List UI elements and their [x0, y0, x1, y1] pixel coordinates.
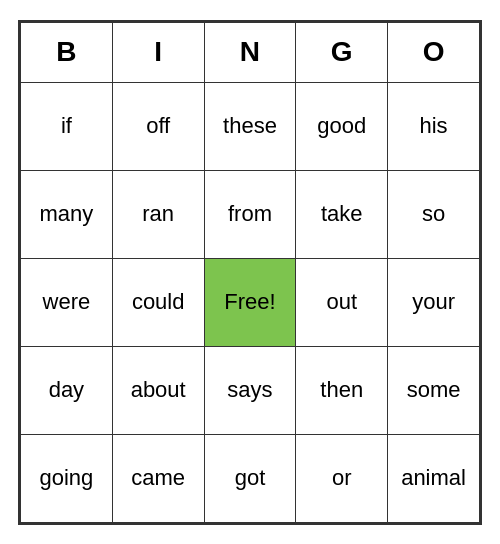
- cell-r3-c4: some: [388, 346, 480, 434]
- col-o: O: [388, 22, 480, 82]
- header-row: B I N G O: [21, 22, 480, 82]
- bingo-card: B I N G O ifoffthesegoodhismanyranfromta…: [18, 20, 482, 525]
- table-row: dayaboutsaysthensome: [21, 346, 480, 434]
- cell-r1-c1: ran: [112, 170, 204, 258]
- table-row: goingcamegotoranimal: [21, 434, 480, 522]
- cell-r0-c3: good: [296, 82, 388, 170]
- cell-r4-c1: came: [112, 434, 204, 522]
- cell-r0-c0: if: [21, 82, 113, 170]
- cell-r3-c1: about: [112, 346, 204, 434]
- cell-r0-c2: these: [204, 82, 296, 170]
- bingo-table: B I N G O ifoffthesegoodhismanyranfromta…: [20, 22, 480, 523]
- col-g: G: [296, 22, 388, 82]
- cell-r2-c4: your: [388, 258, 480, 346]
- cell-r0-c1: off: [112, 82, 204, 170]
- cell-r4-c2: got: [204, 434, 296, 522]
- col-i: I: [112, 22, 204, 82]
- cell-r3-c3: then: [296, 346, 388, 434]
- cell-r4-c3: or: [296, 434, 388, 522]
- table-row: werecouldFree!outyour: [21, 258, 480, 346]
- cell-r2-c2: Free!: [204, 258, 296, 346]
- cell-r1-c3: take: [296, 170, 388, 258]
- table-row: ifoffthesegoodhis: [21, 82, 480, 170]
- cell-r1-c0: many: [21, 170, 113, 258]
- cell-r2-c1: could: [112, 258, 204, 346]
- cell-r2-c0: were: [21, 258, 113, 346]
- table-row: manyranfromtakeso: [21, 170, 480, 258]
- cell-r0-c4: his: [388, 82, 480, 170]
- cell-r1-c4: so: [388, 170, 480, 258]
- cell-r2-c3: out: [296, 258, 388, 346]
- cell-r4-c0: going: [21, 434, 113, 522]
- col-b: B: [21, 22, 113, 82]
- cell-r1-c2: from: [204, 170, 296, 258]
- cell-r3-c0: day: [21, 346, 113, 434]
- cell-r3-c2: says: [204, 346, 296, 434]
- col-n: N: [204, 22, 296, 82]
- cell-r4-c4: animal: [388, 434, 480, 522]
